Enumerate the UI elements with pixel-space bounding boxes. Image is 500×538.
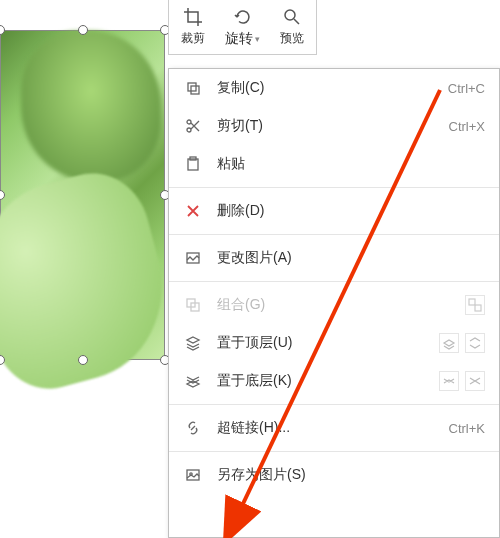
- delete-icon: [183, 201, 203, 221]
- preview-label: 预览: [280, 30, 304, 47]
- bring-forward-icon[interactable]: [439, 333, 459, 353]
- copy-icon: [183, 78, 203, 98]
- layers-bottom-icon: [183, 371, 203, 391]
- menu-delete[interactable]: 删除(D): [169, 192, 499, 230]
- menu-cut[interactable]: 剪切(T) Ctrl+X: [169, 107, 499, 145]
- menu-bring-front[interactable]: 置于顶层(U): [169, 324, 499, 362]
- image-toolbar: 裁剪 旋转▾ 预览: [168, 0, 317, 55]
- menu-paste[interactable]: 粘贴: [169, 145, 499, 183]
- chevron-down-icon: ▾: [255, 34, 260, 44]
- ungroup-icon: [465, 295, 485, 315]
- resize-handle[interactable]: [78, 25, 88, 35]
- paste-icon: [183, 154, 203, 174]
- menu-cut-shortcut: Ctrl+X: [449, 119, 485, 134]
- separator: [169, 234, 499, 235]
- crop-button[interactable]: 裁剪: [171, 2, 215, 52]
- separator: [169, 404, 499, 405]
- crop-label: 裁剪: [181, 30, 205, 47]
- rotate-button[interactable]: 旋转▾: [215, 2, 270, 52]
- separator: [169, 281, 499, 282]
- rotate-icon: [232, 6, 254, 28]
- send-backward-alt-icon[interactable]: [465, 371, 485, 391]
- separator: [169, 187, 499, 188]
- image-swap-icon: [183, 248, 203, 268]
- menu-change-picture[interactable]: 更改图片(A): [169, 239, 499, 277]
- svg-rect-2: [191, 86, 199, 94]
- menu-save-as-picture[interactable]: 另存为图片(S): [169, 456, 499, 494]
- svg-point-0: [285, 10, 295, 20]
- menu-paste-label: 粘贴: [217, 155, 485, 173]
- separator: [169, 451, 499, 452]
- bring-forward-alt-icon[interactable]: [465, 333, 485, 353]
- layers-top-icon: [183, 333, 203, 353]
- magnify-icon: [281, 6, 303, 28]
- menu-copy-label: 复制(C): [217, 79, 448, 97]
- menu-copy[interactable]: 复制(C) Ctrl+C: [169, 69, 499, 107]
- menu-cut-label: 剪切(T): [217, 117, 449, 135]
- svg-point-3: [187, 128, 191, 132]
- menu-send-back-label: 置于底层(K): [217, 372, 439, 390]
- scissors-icon: [183, 116, 203, 136]
- svg-point-4: [187, 120, 191, 124]
- link-icon: [183, 418, 203, 438]
- resize-handle[interactable]: [78, 355, 88, 365]
- menu-bring-front-label: 置于顶层(U): [217, 334, 439, 352]
- send-backward-icon[interactable]: [439, 371, 459, 391]
- menu-delete-label: 删除(D): [217, 202, 485, 220]
- svg-rect-1: [188, 83, 196, 91]
- group-icon: [183, 295, 203, 315]
- menu-group: 组合(G): [169, 286, 499, 324]
- selected-image[interactable]: [0, 30, 165, 360]
- menu-change-picture-label: 更改图片(A): [217, 249, 485, 267]
- svg-rect-11: [475, 305, 481, 311]
- rotate-label: 旋转: [225, 30, 253, 48]
- menu-group-label: 组合(G): [217, 296, 465, 314]
- svg-rect-10: [469, 299, 475, 305]
- menu-copy-shortcut: Ctrl+C: [448, 81, 485, 96]
- menu-hyperlink-label: 超链接(H)...: [217, 419, 449, 437]
- menu-send-back[interactable]: 置于底层(K): [169, 362, 499, 400]
- image-save-icon: [183, 465, 203, 485]
- menu-hyperlink[interactable]: 超链接(H)... Ctrl+K: [169, 409, 499, 447]
- context-menu: 复制(C) Ctrl+C 剪切(T) Ctrl+X 粘贴 删除(D) 更改图片(…: [168, 68, 500, 538]
- menu-hyperlink-shortcut: Ctrl+K: [449, 421, 485, 436]
- crop-icon: [182, 6, 204, 28]
- preview-button[interactable]: 预览: [270, 2, 314, 52]
- menu-save-as-picture-label: 另存为图片(S): [217, 466, 485, 484]
